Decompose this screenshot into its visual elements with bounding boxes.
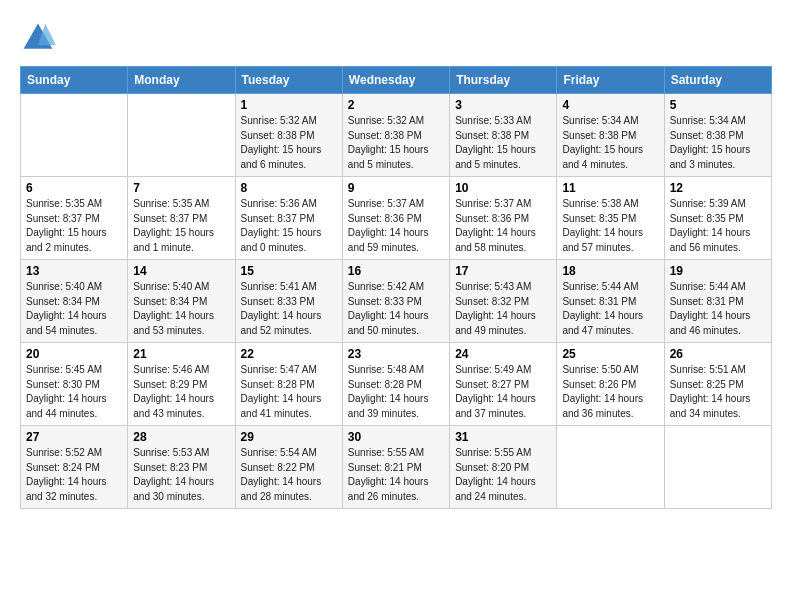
page-header [20,20,772,56]
calendar-week-3: 20Sunrise: 5:45 AM Sunset: 8:30 PM Dayli… [21,343,772,426]
calendar-cell: 2Sunrise: 5:32 AM Sunset: 8:38 PM Daylig… [342,94,449,177]
day-info: Sunrise: 5:39 AM Sunset: 8:35 PM Dayligh… [670,197,766,255]
weekday-header-friday: Friday [557,67,664,94]
calendar-cell: 19Sunrise: 5:44 AM Sunset: 8:31 PM Dayli… [664,260,771,343]
calendar-cell: 21Sunrise: 5:46 AM Sunset: 8:29 PM Dayli… [128,343,235,426]
calendar-cell: 13Sunrise: 5:40 AM Sunset: 8:34 PM Dayli… [21,260,128,343]
calendar-cell: 9Sunrise: 5:37 AM Sunset: 8:36 PM Daylig… [342,177,449,260]
weekday-header-thursday: Thursday [450,67,557,94]
day-info: Sunrise: 5:52 AM Sunset: 8:24 PM Dayligh… [26,446,122,504]
day-info: Sunrise: 5:40 AM Sunset: 8:34 PM Dayligh… [26,280,122,338]
day-info: Sunrise: 5:53 AM Sunset: 8:23 PM Dayligh… [133,446,229,504]
weekday-header-wednesday: Wednesday [342,67,449,94]
calendar-cell: 14Sunrise: 5:40 AM Sunset: 8:34 PM Dayli… [128,260,235,343]
day-number: 16 [348,264,444,278]
day-info: Sunrise: 5:42 AM Sunset: 8:33 PM Dayligh… [348,280,444,338]
day-number: 10 [455,181,551,195]
day-number: 1 [241,98,337,112]
calendar-cell: 1Sunrise: 5:32 AM Sunset: 8:38 PM Daylig… [235,94,342,177]
calendar-cell [128,94,235,177]
calendar-cell: 28Sunrise: 5:53 AM Sunset: 8:23 PM Dayli… [128,426,235,509]
day-number: 21 [133,347,229,361]
day-number: 19 [670,264,766,278]
day-info: Sunrise: 5:49 AM Sunset: 8:27 PM Dayligh… [455,363,551,421]
weekday-header-sunday: Sunday [21,67,128,94]
day-number: 17 [455,264,551,278]
calendar-cell: 27Sunrise: 5:52 AM Sunset: 8:24 PM Dayli… [21,426,128,509]
calendar-week-0: 1Sunrise: 5:32 AM Sunset: 8:38 PM Daylig… [21,94,772,177]
day-number: 2 [348,98,444,112]
day-info: Sunrise: 5:35 AM Sunset: 8:37 PM Dayligh… [133,197,229,255]
calendar-header: SundayMondayTuesdayWednesdayThursdayFrid… [21,67,772,94]
day-info: Sunrise: 5:34 AM Sunset: 8:38 PM Dayligh… [562,114,658,172]
calendar-cell: 24Sunrise: 5:49 AM Sunset: 8:27 PM Dayli… [450,343,557,426]
day-number: 12 [670,181,766,195]
calendar-cell: 31Sunrise: 5:55 AM Sunset: 8:20 PM Dayli… [450,426,557,509]
day-number: 6 [26,181,122,195]
day-info: Sunrise: 5:45 AM Sunset: 8:30 PM Dayligh… [26,363,122,421]
calendar-cell: 3Sunrise: 5:33 AM Sunset: 8:38 PM Daylig… [450,94,557,177]
logo-icon [20,20,56,56]
calendar-week-1: 6Sunrise: 5:35 AM Sunset: 8:37 PM Daylig… [21,177,772,260]
day-info: Sunrise: 5:37 AM Sunset: 8:36 PM Dayligh… [455,197,551,255]
logo [20,20,60,56]
day-number: 31 [455,430,551,444]
day-number: 11 [562,181,658,195]
day-number: 22 [241,347,337,361]
day-number: 20 [26,347,122,361]
calendar-cell [21,94,128,177]
day-info: Sunrise: 5:40 AM Sunset: 8:34 PM Dayligh… [133,280,229,338]
calendar-cell [557,426,664,509]
day-number: 27 [26,430,122,444]
calendar-cell: 18Sunrise: 5:44 AM Sunset: 8:31 PM Dayli… [557,260,664,343]
calendar-cell: 17Sunrise: 5:43 AM Sunset: 8:32 PM Dayli… [450,260,557,343]
calendar-cell: 20Sunrise: 5:45 AM Sunset: 8:30 PM Dayli… [21,343,128,426]
calendar-cell: 22Sunrise: 5:47 AM Sunset: 8:28 PM Dayli… [235,343,342,426]
calendar-cell: 10Sunrise: 5:37 AM Sunset: 8:36 PM Dayli… [450,177,557,260]
day-number: 7 [133,181,229,195]
day-info: Sunrise: 5:46 AM Sunset: 8:29 PM Dayligh… [133,363,229,421]
calendar-cell [664,426,771,509]
day-number: 18 [562,264,658,278]
weekday-header-saturday: Saturday [664,67,771,94]
day-number: 30 [348,430,444,444]
weekday-header-monday: Monday [128,67,235,94]
day-info: Sunrise: 5:36 AM Sunset: 8:37 PM Dayligh… [241,197,337,255]
day-info: Sunrise: 5:54 AM Sunset: 8:22 PM Dayligh… [241,446,337,504]
day-number: 8 [241,181,337,195]
day-number: 24 [455,347,551,361]
day-info: Sunrise: 5:47 AM Sunset: 8:28 PM Dayligh… [241,363,337,421]
calendar-table: SundayMondayTuesdayWednesdayThursdayFrid… [20,66,772,509]
day-info: Sunrise: 5:44 AM Sunset: 8:31 PM Dayligh… [562,280,658,338]
day-number: 26 [670,347,766,361]
calendar-cell: 5Sunrise: 5:34 AM Sunset: 8:38 PM Daylig… [664,94,771,177]
calendar-cell: 16Sunrise: 5:42 AM Sunset: 8:33 PM Dayli… [342,260,449,343]
day-info: Sunrise: 5:51 AM Sunset: 8:25 PM Dayligh… [670,363,766,421]
day-info: Sunrise: 5:50 AM Sunset: 8:26 PM Dayligh… [562,363,658,421]
calendar-cell: 25Sunrise: 5:50 AM Sunset: 8:26 PM Dayli… [557,343,664,426]
calendar-cell: 7Sunrise: 5:35 AM Sunset: 8:37 PM Daylig… [128,177,235,260]
day-number: 29 [241,430,337,444]
day-number: 3 [455,98,551,112]
day-number: 25 [562,347,658,361]
calendar-cell: 30Sunrise: 5:55 AM Sunset: 8:21 PM Dayli… [342,426,449,509]
day-number: 23 [348,347,444,361]
day-number: 13 [26,264,122,278]
calendar-cell: 12Sunrise: 5:39 AM Sunset: 8:35 PM Dayli… [664,177,771,260]
day-info: Sunrise: 5:35 AM Sunset: 8:37 PM Dayligh… [26,197,122,255]
day-info: Sunrise: 5:41 AM Sunset: 8:33 PM Dayligh… [241,280,337,338]
day-info: Sunrise: 5:55 AM Sunset: 8:21 PM Dayligh… [348,446,444,504]
day-number: 28 [133,430,229,444]
calendar-cell: 8Sunrise: 5:36 AM Sunset: 8:37 PM Daylig… [235,177,342,260]
day-number: 14 [133,264,229,278]
calendar-cell: 4Sunrise: 5:34 AM Sunset: 8:38 PM Daylig… [557,94,664,177]
day-info: Sunrise: 5:48 AM Sunset: 8:28 PM Dayligh… [348,363,444,421]
day-info: Sunrise: 5:34 AM Sunset: 8:38 PM Dayligh… [670,114,766,172]
calendar-cell: 29Sunrise: 5:54 AM Sunset: 8:22 PM Dayli… [235,426,342,509]
calendar-cell: 26Sunrise: 5:51 AM Sunset: 8:25 PM Dayli… [664,343,771,426]
day-info: Sunrise: 5:37 AM Sunset: 8:36 PM Dayligh… [348,197,444,255]
calendar-cell: 6Sunrise: 5:35 AM Sunset: 8:37 PM Daylig… [21,177,128,260]
weekday-header-tuesday: Tuesday [235,67,342,94]
day-info: Sunrise: 5:55 AM Sunset: 8:20 PM Dayligh… [455,446,551,504]
day-number: 5 [670,98,766,112]
